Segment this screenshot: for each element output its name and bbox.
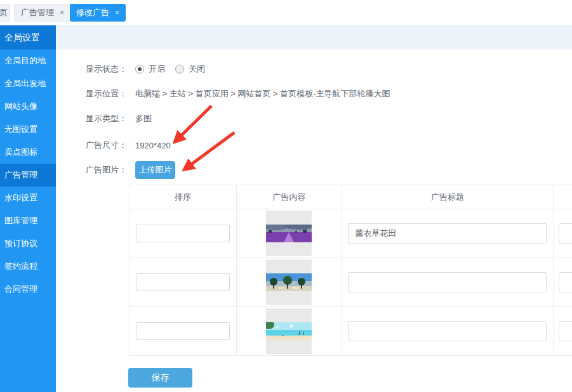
table-header-row: 排序 广告内容 广告标题 xyxy=(130,185,572,209)
sort-input[interactable] xyxy=(136,322,230,340)
ad-title-input[interactable] xyxy=(348,321,547,341)
column-header-ad-content: 广告内容 xyxy=(237,185,342,209)
lavender-field-banner-image xyxy=(266,225,312,242)
sidebar-item-ad-management[interactable]: 广告管理 xyxy=(0,164,56,186)
sidebar-item-global-departure[interactable]: 全局出发地 xyxy=(0,72,56,95)
table-row xyxy=(130,209,572,258)
sidebar-header-global-settings[interactable]: 全局设置 xyxy=(0,25,56,49)
ad-image-label: 广告图片： xyxy=(86,164,135,176)
breadcrumb: 电脑端 > 主站 > 首页应用 > 网站首页 > 首页模板-主导航下部轮播大图 xyxy=(135,88,390,100)
palm-trees-banner-image xyxy=(266,273,312,291)
edit-ad-form: 显示状态： 开启 关闭 显示位置： 电脑端 > 主站 > 首页应用 > 网站首页… xyxy=(56,49,572,392)
display-status-label: 显示状态： xyxy=(86,63,135,75)
tab-home-partial[interactable]: 页 xyxy=(0,4,10,22)
sidebar-item-selling-point-icons[interactable]: 卖点图标 xyxy=(0,141,56,164)
content-top-strip xyxy=(56,25,572,49)
table-row xyxy=(130,258,572,307)
tab-bar: 页 广告管理 × 修改广告 × xyxy=(0,0,572,25)
column-header-sort: 排序 xyxy=(130,185,237,209)
sidebar: 全局设置 全局目的地 全局出发地 网站头像 无图设置 卖点图标 广告管理 水印设… xyxy=(0,25,56,392)
display-type-value: 多图 xyxy=(135,113,152,124)
ad-title-input[interactable] xyxy=(348,223,547,244)
close-icon[interactable]: × xyxy=(60,8,64,17)
upload-image-button[interactable]: 上传图片 xyxy=(135,161,175,179)
ad-size-row: 广告尺寸： 1920*420 xyxy=(86,139,171,152)
ad-thumbnail-lavender-field xyxy=(266,211,312,256)
display-position-row: 显示位置： 电脑端 > 主站 > 首页应用 > 网站首页 > 首页模板-主导航下… xyxy=(86,88,390,100)
sort-input[interactable] xyxy=(136,225,230,242)
sidebar-item-booking-agreement[interactable]: 预订协议 xyxy=(0,232,56,255)
ad-thumbnail-palm-trees xyxy=(266,259,312,305)
tab-label: 广告管理 xyxy=(21,7,54,18)
radio-option-on[interactable]: 开启 xyxy=(135,63,165,75)
column-header-cutoff xyxy=(554,185,572,209)
sidebar-item-contract-management[interactable]: 合同管理 xyxy=(0,278,56,301)
radio-on-label: 开启 xyxy=(149,63,165,75)
display-type-row: 显示类型： 多图 xyxy=(86,112,152,125)
ad-title-input[interactable] xyxy=(348,272,547,292)
display-type-label: 显示类型： xyxy=(86,113,135,124)
tab-ad-management[interactable]: 广告管理 × xyxy=(14,4,71,22)
tab-label: 修改广告 xyxy=(76,7,109,18)
radio-off-icon[interactable] xyxy=(175,65,184,74)
sidebar-item-watermark-settings[interactable]: 水印设置 xyxy=(0,186,56,209)
ad-size-value: 1920*420 xyxy=(135,141,171,150)
display-position-label: 显示位置： xyxy=(86,88,135,100)
ad-thumbnail-tropical-beach xyxy=(266,308,312,354)
radio-off-label: 关闭 xyxy=(189,63,205,75)
cutoff-input[interactable] xyxy=(559,223,572,244)
cutoff-input[interactable] xyxy=(559,272,572,292)
cutoff-input[interactable] xyxy=(559,321,572,341)
save-button[interactable]: 保存 xyxy=(128,368,192,388)
radio-on-icon[interactable] xyxy=(135,65,144,74)
sort-input[interactable] xyxy=(136,273,230,291)
ad-image-row: 广告图片： 上传图片 xyxy=(86,161,175,179)
ad-size-label: 广告尺寸： xyxy=(86,140,135,151)
sidebar-item-no-image-settings[interactable]: 无图设置 xyxy=(0,118,56,141)
radio-option-off[interactable]: 关闭 xyxy=(175,63,205,75)
column-header-ad-title: 广告标题 xyxy=(342,185,554,209)
display-status-row: 显示状态： 开启 关闭 xyxy=(86,63,215,75)
tab-label: 页 xyxy=(0,7,8,18)
tab-edit-ad[interactable]: 修改广告 × xyxy=(70,4,126,22)
close-icon[interactable]: × xyxy=(115,8,119,17)
ad-table: 排序 广告内容 广告标题 xyxy=(129,185,572,356)
tropical-beach-banner-image xyxy=(266,322,312,340)
table-row xyxy=(130,307,572,356)
sidebar-item-gallery-management[interactable]: 图库管理 xyxy=(0,209,56,232)
sidebar-item-global-destination[interactable]: 全局目的地 xyxy=(0,49,56,72)
sidebar-item-site-avatar[interactable]: 网站头像 xyxy=(0,95,56,118)
sidebar-item-signing-process[interactable]: 签约流程 xyxy=(0,255,56,278)
